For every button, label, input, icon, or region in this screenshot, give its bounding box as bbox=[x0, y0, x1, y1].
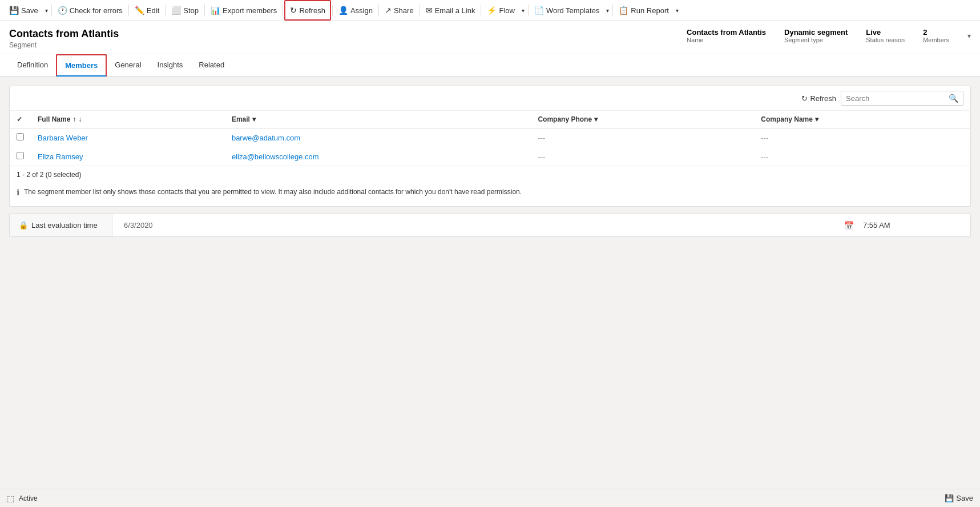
col-email: Email ▾ bbox=[225, 111, 531, 128]
row-checkbox[interactable] bbox=[10, 128, 31, 147]
separator-2 bbox=[128, 5, 129, 16]
check-errors-icon: 🕐 bbox=[58, 6, 67, 15]
refresh-icon: ↻ bbox=[290, 6, 297, 15]
share-icon: ↗ bbox=[385, 6, 392, 15]
check-errors-button[interactable]: 🕐 Check for errors bbox=[53, 0, 127, 21]
status-bar: ⬚ Active 💾 Save bbox=[0, 489, 980, 507]
email-link[interactable]: barwe@adatum.com bbox=[232, 134, 300, 142]
row-company-name: --- bbox=[754, 147, 970, 166]
run-report-button[interactable]: 📋 Run Report bbox=[614, 0, 673, 21]
evaluation-card: 🔒 Last evaluation time 📅 bbox=[9, 214, 971, 237]
edit-icon: ✏️ bbox=[135, 6, 144, 15]
word-templates-chevron[interactable]: ▾ bbox=[604, 7, 611, 14]
share-button[interactable]: ↗ Share bbox=[380, 0, 418, 21]
status-save-button[interactable]: 💾 Save bbox=[945, 494, 973, 502]
row-checkbox-input[interactable] bbox=[17, 133, 24, 140]
page-title-area: Contacts from Atlantis Segment bbox=[9, 28, 119, 49]
table-header-row: ✓ Full Name ↑ ↓ Email bbox=[10, 111, 970, 128]
meta-members-label: Members bbox=[923, 37, 949, 43]
info-icon: ℹ bbox=[17, 188, 19, 197]
meta-status-reason-value: Live bbox=[866, 28, 905, 37]
stop-icon: ⬜ bbox=[171, 6, 181, 15]
header-collapse-chevron[interactable]: ▾ bbox=[967, 32, 971, 40]
edit-button[interactable]: ✏️ Edit bbox=[130, 0, 164, 21]
fullname-sort-desc[interactable]: ↓ bbox=[78, 115, 82, 123]
content-area: ↻ Refresh 🔍 ✓ bbox=[0, 77, 980, 489]
meta-members: 2 Members bbox=[923, 28, 949, 43]
fullname-sort-asc[interactable]: ↑ bbox=[72, 115, 76, 123]
tab-definition[interactable]: Definition bbox=[9, 55, 56, 76]
meta-status-reason: Live Status reason bbox=[866, 28, 905, 43]
status-save-icon: 💾 bbox=[945, 494, 954, 502]
meta-segment-type-label: Segment type bbox=[784, 37, 848, 43]
email-link-button[interactable]: ✉ Email a Link bbox=[421, 0, 480, 21]
page-title: Contacts from Atlantis bbox=[9, 28, 119, 40]
export-members-button[interactable]: 📊 Export members bbox=[206, 0, 281, 21]
row-company-phone: --- bbox=[531, 128, 754, 147]
fullname-link[interactable]: Eliza Ramsey bbox=[38, 152, 83, 161]
separator-5 bbox=[283, 5, 283, 16]
meta-name-label: Name bbox=[687, 37, 766, 43]
search-icon: 🔍 bbox=[949, 94, 958, 103]
flow-button[interactable]: ⚡ Flow bbox=[482, 0, 519, 21]
email-icon: ✉ bbox=[426, 6, 433, 15]
run-report-icon: 📋 bbox=[619, 6, 628, 15]
table-refresh-button[interactable]: ↻ Refresh bbox=[801, 94, 836, 103]
eval-inputs: 📅 bbox=[112, 214, 970, 236]
meta-members-value: 2 bbox=[923, 28, 949, 37]
separator-11 bbox=[612, 5, 613, 16]
save-button[interactable]: 💾 Save bbox=[5, 0, 43, 21]
row-email: barwe@adatum.com bbox=[225, 128, 531, 147]
separator-4 bbox=[204, 5, 205, 16]
checkbox-icon[interactable]: ✓ bbox=[17, 115, 22, 123]
eval-row: 🔒 Last evaluation time 📅 bbox=[10, 214, 970, 236]
page-meta: Contacts from Atlantis Name Dynamic segm… bbox=[687, 28, 971, 43]
row-email: eliza@bellowscollege.com bbox=[225, 147, 531, 166]
meta-name: Contacts from Atlantis Name bbox=[687, 28, 766, 43]
separator-9 bbox=[481, 5, 481, 16]
col-company-name: Company Name ▾ bbox=[754, 111, 970, 128]
info-message: ℹ The segment member list only shows tho… bbox=[10, 183, 970, 206]
word-icon: 📄 bbox=[534, 6, 544, 15]
tab-related[interactable]: Related bbox=[191, 55, 232, 76]
tab-general[interactable]: General bbox=[107, 55, 149, 76]
row-fullname: Barbara Weber bbox=[31, 128, 225, 147]
email-link[interactable]: eliza@bellowscollege.com bbox=[232, 152, 319, 161]
save-chevron[interactable]: ▾ bbox=[43, 7, 50, 14]
separator-1 bbox=[51, 5, 52, 16]
table-row: Barbara Weber barwe@adatum.com --- --- bbox=[10, 128, 970, 147]
separator-3 bbox=[165, 5, 166, 16]
table-footer: 1 - 2 of 2 (0 selected) bbox=[10, 166, 970, 183]
tab-insights[interactable]: Insights bbox=[150, 55, 191, 76]
main-content: Contacts from Atlantis Segment Contacts … bbox=[0, 21, 980, 489]
search-input[interactable] bbox=[841, 92, 944, 105]
eval-time-input[interactable] bbox=[858, 214, 963, 236]
fullname-link[interactable]: Barbara Weber bbox=[38, 134, 88, 142]
run-report-chevron[interactable]: ▾ bbox=[674, 7, 681, 14]
col-checkbox: ✓ bbox=[10, 111, 31, 128]
toolbar: 💾 Save ▾ 🕐 Check for errors ✏️ Edit ⬜ St… bbox=[0, 0, 980, 21]
email-sort-chevron[interactable]: ▾ bbox=[252, 115, 256, 123]
row-checkbox-input[interactable] bbox=[17, 152, 24, 159]
calendar-icon[interactable]: 📅 bbox=[840, 221, 858, 230]
company-sort-chevron[interactable]: ▾ bbox=[815, 115, 818, 123]
col-fullname: Full Name ↑ ↓ bbox=[31, 111, 225, 128]
row-checkbox[interactable] bbox=[10, 147, 31, 166]
assign-button[interactable]: 👤 Assign bbox=[334, 0, 377, 21]
eval-date-input[interactable] bbox=[119, 214, 840, 236]
phone-sort-chevron[interactable]: ▾ bbox=[594, 115, 598, 123]
stop-button[interactable]: ⬜ Stop bbox=[167, 0, 203, 21]
page-subtitle: Segment bbox=[9, 41, 119, 49]
meta-status-reason-label: Status reason bbox=[866, 37, 905, 43]
separator-10 bbox=[528, 5, 529, 16]
flow-chevron[interactable]: ▾ bbox=[519, 7, 527, 14]
lock-icon: 🔒 bbox=[19, 221, 28, 230]
refresh-button[interactable]: ↻ Refresh bbox=[284, 0, 331, 21]
table-toolbar: ↻ Refresh 🔍 bbox=[10, 86, 970, 111]
col-company-phone: Company Phone ▾ bbox=[531, 111, 754, 128]
tab-members[interactable]: Members bbox=[56, 54, 107, 77]
status-left: ⬚ Active bbox=[7, 494, 38, 503]
word-templates-button[interactable]: 📄 Word Templates bbox=[530, 0, 604, 21]
tabs-bar: Definition Members General Insights Rela… bbox=[0, 54, 980, 77]
search-icon-button[interactable]: 🔍 bbox=[944, 91, 963, 105]
